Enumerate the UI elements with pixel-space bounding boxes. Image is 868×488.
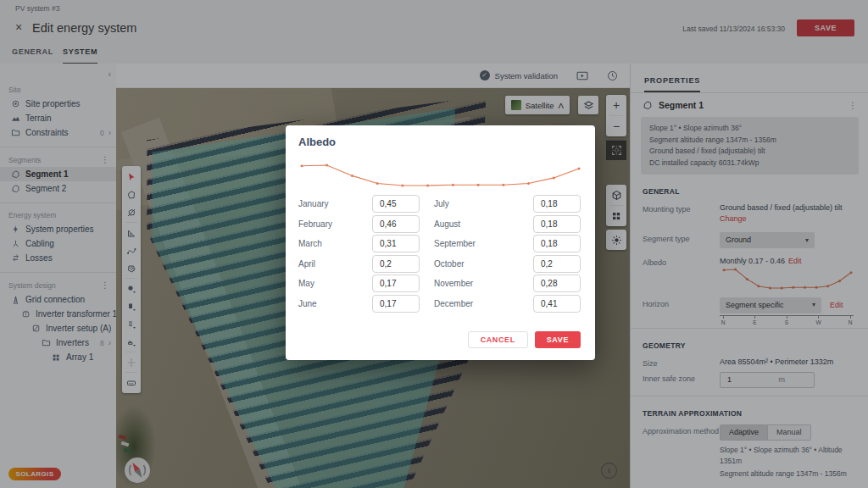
save-button[interactable]: SAVE bbox=[535, 331, 581, 348]
albedo-input-september[interactable] bbox=[533, 235, 581, 252]
month-row: September bbox=[434, 235, 581, 252]
month-row: March bbox=[298, 235, 420, 252]
month-row: February bbox=[298, 215, 420, 233]
dialog-actions: CANCEL SAVE bbox=[468, 331, 581, 348]
cancel-button[interactable]: CANCEL bbox=[468, 331, 528, 348]
albedo-input-august[interactable] bbox=[533, 215, 581, 233]
dialog-title: Albedo bbox=[298, 136, 336, 148]
month-row: June bbox=[298, 295, 420, 313]
albedo-input-may[interactable] bbox=[372, 274, 420, 292]
albedo-chart bbox=[298, 161, 583, 190]
month-row: July bbox=[434, 195, 581, 213]
albedo-input-july[interactable] bbox=[533, 195, 581, 213]
month-row: October bbox=[434, 255, 581, 273]
albedo-input-october[interactable] bbox=[533, 255, 581, 273]
month-row: January bbox=[298, 195, 420, 213]
albedo-input-april[interactable] bbox=[372, 255, 420, 273]
app-window: PV system #3 × Edit energy system Last s… bbox=[0, 0, 868, 488]
albedo-dialog: Albedo January February March April Ma bbox=[286, 125, 595, 360]
month-row: December bbox=[434, 295, 581, 313]
albedo-input-february[interactable] bbox=[372, 215, 420, 233]
month-row: April bbox=[298, 255, 420, 273]
albedo-input-march[interactable] bbox=[372, 235, 420, 252]
albedo-input-november[interactable] bbox=[533, 274, 581, 292]
albedo-input-december[interactable] bbox=[533, 295, 581, 313]
albedo-form-left: January February March April May June bbox=[298, 195, 420, 314]
albedo-input-june[interactable] bbox=[372, 295, 420, 313]
albedo-form-right: July August September October November D… bbox=[434, 195, 581, 314]
month-row: November bbox=[434, 274, 581, 292]
month-row: August bbox=[434, 215, 581, 233]
month-row: May bbox=[298, 274, 420, 292]
albedo-input-january[interactable] bbox=[372, 195, 420, 213]
